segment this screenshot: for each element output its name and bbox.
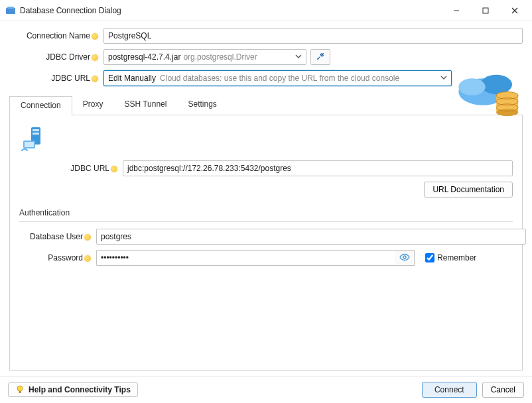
svg-point-8: [480, 75, 512, 94]
jdbc-url-field-label: JDBC URL: [19, 164, 123, 173]
app-icon: [5, 5, 16, 16]
cloud-database-icon: [454, 66, 527, 123]
svg-rect-1: [7, 7, 14, 9]
eye-icon: [399, 252, 410, 264]
remember-checkbox-input[interactable]: [425, 253, 434, 262]
tools-icon: [316, 52, 325, 63]
minimize-button[interactable]: [442, 1, 471, 21]
jdbc-url-label: JDBC URL: [9, 74, 103, 83]
svg-rect-17: [33, 129, 39, 131]
bulb-icon: [84, 255, 91, 262]
configure-driver-button[interactable]: [310, 49, 330, 65]
chevron-down-icon: [440, 74, 447, 83]
jdbc-driver-value: postgresql-42.7.4.jar: [108, 52, 180, 62]
bulb-icon: [92, 54, 98, 61]
jdbc-url-mode-dropdown[interactable]: Edit Manually Cloud databases: use this …: [103, 70, 452, 86]
titlebar: Database Connection Dialog: [0, 0, 532, 21]
svg-point-6: [317, 58, 318, 59]
svg-rect-28: [19, 391, 21, 393]
help-connectivity-button[interactable]: Help and Connectivity Tips: [8, 382, 138, 397]
svg-rect-3: [483, 8, 488, 13]
close-button[interactable]: [500, 1, 529, 21]
lightbulb-icon: [15, 385, 25, 394]
database-user-input[interactable]: [96, 229, 526, 245]
tab-settings[interactable]: Settings: [177, 95, 227, 115]
url-documentation-button[interactable]: URL Documentation: [424, 182, 513, 198]
tab-connection[interactable]: Connection: [9, 96, 72, 115]
connection-name-input[interactable]: [103, 28, 523, 44]
bulb-icon: [92, 33, 98, 40]
password-input[interactable]: [96, 250, 395, 266]
tab-panel-connection: JDBC URL URL Documentation Authenticatio…: [9, 115, 523, 371]
show-password-button[interactable]: [395, 250, 415, 266]
jdbc-url-mode-value: Edit Manually: [108, 74, 156, 83]
jdbc-url-input[interactable]: [123, 160, 513, 176]
svg-rect-20: [25, 142, 34, 147]
tab-proxy[interactable]: Proxy: [72, 95, 114, 115]
bulb-icon: [111, 166, 117, 172]
divider: [19, 221, 513, 222]
tab-ssh-tunnel[interactable]: SSH Tunnel: [113, 95, 177, 115]
bulb-icon: [92, 76, 98, 82]
connect-button[interactable]: Connect: [422, 382, 477, 398]
database-server-icon: [19, 125, 48, 154]
window-title: Database Connection Dialog: [20, 6, 442, 15]
svg-point-27: [17, 386, 23, 391]
help-label: Help and Connectivity Tips: [29, 385, 131, 394]
jdbc-driver-class: org.postgresql.Driver: [183, 52, 257, 62]
chevron-down-icon: [295, 52, 302, 62]
bulb-icon: [84, 234, 91, 241]
remember-label: Remember: [437, 253, 476, 262]
database-user-label: Database User: [22, 232, 96, 241]
connection-name-label: Connection Name: [9, 31, 103, 40]
password-label: Password: [22, 253, 96, 262]
remember-checkbox[interactable]: Remember: [423, 251, 526, 264]
dialog-footer: Help and Connectivity Tips Connect Cance…: [0, 376, 532, 403]
maximize-button[interactable]: [471, 1, 500, 21]
svg-rect-18: [33, 133, 39, 135]
jdbc-driver-combo[interactable]: postgresql-42.7.4.jar org.postgresql.Dri…: [103, 49, 306, 65]
jdbc-url-mode-hint: Cloud databases: use this and copy the U…: [160, 74, 399, 83]
cancel-button[interactable]: Cancel: [482, 382, 524, 398]
jdbc-driver-label: JDBC Driver: [9, 52, 103, 62]
svg-rect-0: [6, 8, 15, 14]
svg-point-26: [403, 256, 406, 259]
tab-bar: Connection Proxy SSH Tunnel Settings: [9, 95, 523, 115]
svg-point-9: [458, 78, 485, 95]
authentication-section-title: Authentication: [19, 208, 513, 217]
